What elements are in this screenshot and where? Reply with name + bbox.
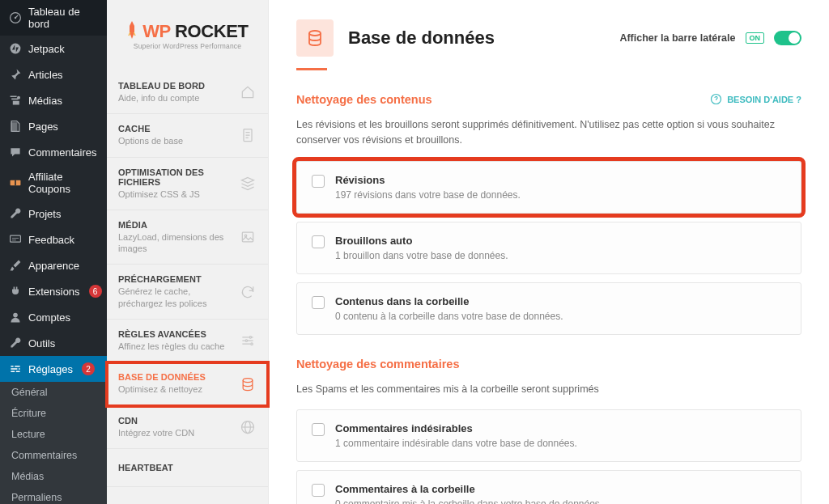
rocket-icon: [126, 21, 138, 39]
wp-sub-permalinks[interactable]: Permaliens: [0, 487, 107, 504]
section-desc-comments: Les Spams et les commentaires mis à la c…: [296, 382, 801, 397]
wp-item-label: Affiliate Coupons: [28, 171, 99, 195]
sliders-icon: [8, 362, 23, 376]
wp-sub-reading[interactable]: Lecture: [0, 424, 107, 445]
pin-icon: [8, 67, 23, 82]
checkbox-trash-comments[interactable]: [312, 484, 325, 497]
wp-item-pages[interactable]: Pages: [0, 113, 107, 139]
database-icon: [239, 375, 257, 393]
svg-point-3: [17, 96, 20, 100]
wp-item-label: Tableau de bord: [28, 6, 99, 30]
wp-item-appearance[interactable]: Apparence: [0, 252, 107, 278]
sidebar-toggle[interactable]: [774, 31, 801, 45]
wp-item-comments[interactable]: Commentaires: [0, 139, 107, 165]
wp-item-label: Outils: [28, 337, 55, 349]
home-icon: [239, 83, 257, 101]
accent-rule: [296, 68, 327, 70]
checkbox-trash[interactable]: [312, 296, 325, 309]
option-spam: Commentaires indésirables 1 commentaire …: [296, 409, 801, 462]
wp-item-posts[interactable]: Articles: [0, 61, 107, 87]
wp-sub-writing[interactable]: Écriture: [0, 403, 107, 424]
checkbox-spam[interactable]: [312, 423, 325, 436]
svg-point-18: [309, 31, 321, 36]
comment-icon: [8, 145, 23, 159]
wp-settings-submenu: Général Écriture Lecture Commentaires Mé…: [0, 382, 107, 504]
jetpack-icon: [8, 41, 23, 56]
svg-rect-10: [242, 232, 253, 242]
checkbox-revisions[interactable]: [312, 175, 325, 188]
plugin-badge: 6: [89, 285, 102, 298]
wp-item-tools[interactable]: Outils: [0, 330, 107, 356]
option-desc: 197 révisions dans votre base de données…: [335, 189, 521, 201]
svg-point-12: [249, 337, 252, 339]
wp-item-affiliate[interactable]: Affiliate Coupons: [0, 165, 107, 201]
rnav-rules[interactable]: RÈGLES AVANCÉESAffinez les règles du cac…: [107, 320, 268, 362]
option-trash: Contenus dans la corbeille 0 contenu à l…: [296, 282, 801, 335]
wp-item-dashboard[interactable]: Tableau de bord: [0, 0, 107, 36]
wp-item-projects[interactable]: Projets: [0, 201, 107, 227]
wp-item-label: Jetpack: [28, 43, 65, 55]
svg-point-8: [13, 313, 18, 318]
wp-admin-sidebar: Tableau de bord Jetpack Articles Médias …: [0, 0, 107, 504]
plugin-icon: [8, 284, 23, 299]
option-label: Brouillons auto: [335, 235, 508, 247]
svg-rect-7: [11, 235, 21, 242]
option-revisions: Révisions 197 révisions dans votre base …: [296, 161, 801, 214]
svg-point-2: [11, 44, 21, 54]
wp-item-label: Feedback: [28, 234, 74, 246]
checkbox-autodrafts[interactable]: [312, 235, 325, 248]
wp-item-jetpack[interactable]: Jetpack: [0, 36, 107, 61]
rnav-dashboard[interactable]: TABLEAU DE BORDAide, info du compte: [107, 71, 268, 114]
wp-item-label: Apparence: [28, 260, 79, 272]
option-label: Révisions: [335, 174, 521, 186]
wrench-icon: [8, 206, 23, 221]
wp-item-settings[interactable]: Réglages 2: [0, 356, 107, 382]
option-desc: 1 commentaire indésirable dans votre bas…: [335, 438, 577, 449]
svg-point-1: [15, 17, 16, 19]
user-icon: [8, 310, 23, 324]
wp-item-label: Articles: [28, 69, 63, 81]
rnav-media[interactable]: MÉDIALazyLoad, dimensions des images: [107, 210, 268, 265]
option-label: Contenus dans la corbeille: [335, 295, 563, 307]
option-autodrafts: Brouillons auto 1 brouillon dans votre b…: [296, 222, 801, 274]
layers-icon: [239, 175, 257, 193]
option-trash-comments: Commentaires à la corbeille 0 commentair…: [296, 470, 801, 504]
coupon-icon: [8, 176, 23, 190]
wp-item-label: Commentaires: [28, 146, 97, 159]
rnav-database[interactable]: BASE DE DONNÉESOptimisez & nettoyez: [107, 362, 268, 405]
wp-item-label: Projets: [28, 208, 61, 220]
wp-item-label: Médias: [28, 95, 62, 107]
section-desc-content: Les révisions et les brouillons seront s…: [296, 117, 801, 148]
wp-item-label: Réglages: [28, 363, 73, 375]
wp-item-plugins[interactable]: Extensions 6: [0, 278, 107, 304]
wp-item-users[interactable]: Comptes: [0, 304, 107, 330]
wp-item-feedback[interactable]: Feedback: [0, 227, 107, 252]
rnav-cache[interactable]: CACHEOptions de base: [107, 114, 268, 157]
wp-item-media[interactable]: Médias: [0, 87, 107, 113]
wp-item-label: Extensions: [28, 286, 80, 298]
option-desc: 0 commentaire mis à la corbeille dans vo…: [335, 498, 602, 504]
heart-icon: [239, 459, 257, 476]
svg-point-13: [245, 340, 248, 342]
rnav-files[interactable]: OPTIMISATION DES FICHIERSOptimisez CSS &…: [107, 158, 268, 210]
section-title-comments: Nettoyage des commentaires: [296, 358, 801, 371]
option-desc: 1 brouillon dans votre base de données.: [335, 250, 508, 261]
svg-point-14: [251, 343, 253, 345]
settings-badge: 2: [82, 362, 95, 375]
svg-rect-6: [15, 180, 16, 185]
image-icon: [239, 228, 257, 246]
wprocket-logo: WP ROCKET Superior WordPress Performance: [107, 16, 268, 53]
wp-sub-media[interactable]: Médias: [0, 466, 107, 487]
refresh-icon: [239, 283, 257, 301]
sliders-icon: [239, 332, 257, 349]
rnav-preload[interactable]: PRÉCHARGEMENTGénérez le cache, précharge…: [107, 265, 268, 320]
help-link[interactable]: BESOIN D'AIDE ?: [710, 93, 801, 105]
rnav-cdn[interactable]: CDNIntégrez votre CDN: [107, 406, 268, 449]
option-label: Commentaires à la corbeille: [335, 483, 602, 495]
page-icon: [8, 119, 23, 133]
database-icon: [296, 19, 334, 57]
toggle-state: ON: [746, 32, 765, 44]
rnav-heartbeat[interactable]: HEARTBEAT: [107, 449, 268, 487]
wp-sub-discussion[interactable]: Commentaires: [0, 445, 107, 466]
wp-sub-general[interactable]: Général: [0, 382, 107, 403]
